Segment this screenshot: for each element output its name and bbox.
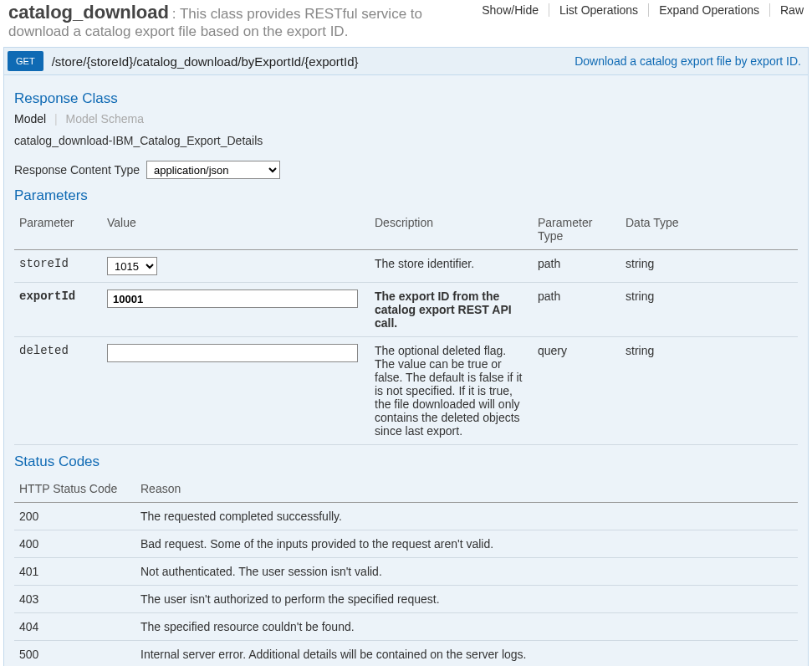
param-desc: The export ID from the catalog export RE… — [370, 283, 533, 337]
operation-header[interactable]: GET /store/{storeId}/catalog_download/by… — [4, 48, 808, 75]
status-reason: Bad request. Some of the inputs provided… — [135, 530, 798, 558]
response-content-type-row: Response Content Type application/json — [14, 161, 798, 179]
tab-separator: | — [54, 112, 58, 126]
operation-panel: GET /store/{storeId}/catalog_download/by… — [3, 47, 809, 666]
api-header: catalog_download : This class provides R… — [0, 0, 812, 47]
show-hide-link[interactable]: Show/Hide — [472, 3, 549, 17]
param-name: deleted — [14, 337, 102, 445]
param-name: storeId — [14, 250, 102, 283]
status-code: 500 — [14, 641, 135, 667]
col-description: Description — [370, 209, 533, 250]
header-links: Show/Hide List Operations Expand Operati… — [472, 0, 804, 17]
status-reason: Not authenticated. The user session isn'… — [135, 558, 798, 586]
table-row: 200The requested completed successfully. — [14, 503, 798, 530]
param-type: path — [533, 283, 620, 337]
table-row: 500Internal server error. Additional det… — [14, 641, 798, 667]
http-method-badge: GET — [8, 51, 43, 71]
model-name: catalog_download-IBM_Catalog_Export_Deta… — [14, 134, 798, 147]
model-tabs: Model | Model Schema — [14, 112, 798, 126]
param-dtype: string — [620, 250, 798, 283]
operation-body: Response Class Model | Model Schema cata… — [4, 75, 808, 666]
col-parameter-type: Parameter Type — [533, 209, 620, 250]
exportid-input[interactable] — [107, 289, 358, 308]
api-title-block: catalog_download : This class provides R… — [8, 0, 472, 40]
col-value: Value — [102, 209, 370, 250]
param-desc: The store identifier. — [370, 250, 533, 283]
table-row: 404The specified resource couldn't be fo… — [14, 613, 798, 641]
param-type: path — [533, 250, 620, 283]
parameters-heading: Parameters — [14, 187, 798, 204]
status-code: 200 — [14, 503, 135, 530]
status-reason: The user isn't authorized to perform the… — [135, 586, 798, 613]
api-title: catalog_download — [8, 2, 169, 23]
status-reason: Internal server error. Additional detail… — [135, 641, 798, 667]
parameters-table: Parameter Value Description Parameter Ty… — [14, 209, 798, 445]
status-codes-heading: Status Codes — [14, 453, 798, 470]
status-code: 400 — [14, 530, 135, 558]
param-dtype: string — [620, 337, 798, 445]
col-parameter: Parameter — [14, 209, 102, 250]
operation-summary[interactable]: Download a catalog export file by export… — [575, 54, 801, 68]
status-reason: The requested completed successfully. — [135, 503, 798, 530]
table-row: exportId The export ID from the catalog … — [14, 283, 798, 337]
col-status-code: HTTP Status Code — [14, 475, 135, 503]
param-dtype: string — [620, 283, 798, 337]
expand-operations-link[interactable]: Expand Operations — [649, 3, 770, 17]
tab-model[interactable]: Model — [14, 112, 46, 126]
col-data-type: Data Type — [620, 209, 798, 250]
list-operations-link[interactable]: List Operations — [549, 3, 649, 17]
status-code: 404 — [14, 613, 135, 641]
status-reason: The specified resource couldn't be found… — [135, 613, 798, 641]
operation-path: /store/{storeId}/catalog_download/byExpo… — [52, 54, 575, 69]
table-row: 403The user isn't authorized to perform … — [14, 586, 798, 613]
table-row: 400Bad request. Some of the inputs provi… — [14, 530, 798, 558]
table-row: storeId 10151 The store identifier. path… — [14, 250, 798, 283]
response-class-heading: Response Class — [14, 90, 798, 107]
response-content-type-select[interactable]: application/json — [146, 161, 280, 179]
storeid-select[interactable]: 10151 — [107, 257, 157, 275]
status-code: 401 — [14, 558, 135, 586]
param-desc: The optional deleted flag. The value can… — [370, 337, 533, 445]
raw-link[interactable]: Raw — [770, 3, 804, 17]
param-type: query — [533, 337, 620, 445]
col-reason: Reason — [135, 475, 798, 503]
status-table: HTTP Status Code Reason 200The requested… — [14, 475, 798, 666]
param-name: exportId — [14, 283, 102, 337]
table-row: deleted The optional deleted flag. The v… — [14, 337, 798, 445]
response-content-type-label: Response Content Type — [14, 163, 140, 177]
tab-model-schema[interactable]: Model Schema — [66, 112, 144, 126]
status-code: 403 — [14, 586, 135, 613]
deleted-input[interactable] — [107, 344, 358, 362]
table-row: 401Not authenticated. The user session i… — [14, 558, 798, 586]
